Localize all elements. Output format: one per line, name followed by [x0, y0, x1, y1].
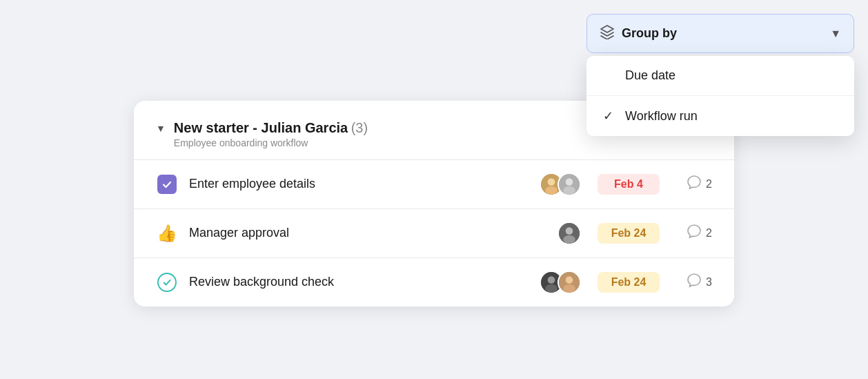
svg-point-5 [563, 186, 575, 194]
table-row: Enter employee details [134, 160, 734, 209]
svg-point-14 [563, 284, 575, 292]
comment-block: 3 [671, 273, 712, 291]
dropdown-item-workflow-run[interactable]: ✓ Workflow run [586, 96, 854, 136]
comment-count: 3 [706, 276, 712, 289]
task-icon-thumbsup: 👍 [156, 222, 178, 244]
table-row: 👍 Manager approval Feb 24 [134, 209, 734, 258]
comment-icon [687, 175, 702, 193]
task-avatars [540, 271, 581, 294]
table-row: Review background check [134, 258, 734, 307]
svg-point-13 [566, 276, 573, 284]
tasks-list: Enter employee details [134, 159, 734, 307]
svg-point-10 [548, 276, 555, 284]
page-wrapper: ▼ New starter - Julian Garcia (3) Employ… [14, 14, 854, 379]
group-title-line: New starter - Julian Garcia (3) [174, 120, 368, 136]
task-avatars [540, 173, 581, 196]
group-title-block: New starter - Julian Garcia (3) Employee… [174, 120, 368, 148]
group-count: (3) [351, 120, 368, 135]
task-name: Review background check [189, 275, 529, 289]
dropdown-item-due-date[interactable]: Due date [586, 56, 854, 96]
comment-count: 2 [706, 178, 712, 191]
task-icon-checkbox [156, 173, 178, 195]
date-badge: Feb 4 [598, 174, 660, 195]
layers-icon [600, 24, 615, 43]
avatar [558, 173, 581, 196]
check-mark-icon: ✓ [603, 108, 617, 124]
date-badge: Feb 24 [598, 223, 660, 244]
avatar [558, 222, 581, 245]
task-name: Manager approval [189, 226, 546, 240]
dropdown-menu: Due date ✓ Workflow run [586, 56, 854, 136]
date-badge: Feb 24 [598, 272, 660, 293]
avatar [558, 271, 581, 294]
task-icon-tealcheck [156, 271, 178, 293]
group-by-button[interactable]: Group by ▼ [586, 14, 854, 53]
group-by-button-left: Group by [600, 24, 677, 43]
comment-count: 2 [706, 227, 712, 240]
dropdown-item-label: Due date [625, 68, 675, 83]
svg-point-8 [563, 235, 575, 243]
chevron-down-icon: ▼ [830, 28, 841, 40]
svg-point-4 [566, 178, 573, 186]
group-subtitle: Employee onboarding workflow [174, 137, 368, 148]
comment-icon [687, 224, 702, 242]
svg-point-2 [545, 186, 558, 194]
comment-block: 2 [671, 224, 712, 242]
dropdown-item-label: Workflow run [625, 109, 698, 124]
svg-point-7 [566, 227, 573, 235]
comment-block: 2 [671, 175, 712, 193]
group-collapse-button[interactable]: ▼ [156, 123, 166, 134]
group-by-label: Group by [622, 26, 677, 41]
group-by-dropdown-container: Group by ▼ Due date ✓ Workflow run [586, 14, 854, 136]
task-name: Enter employee details [189, 177, 529, 191]
group-title: New starter - Julian Garcia [174, 120, 348, 135]
comment-icon [687, 273, 702, 291]
task-avatars [558, 222, 581, 245]
svg-point-1 [548, 178, 555, 186]
svg-point-11 [545, 284, 558, 292]
